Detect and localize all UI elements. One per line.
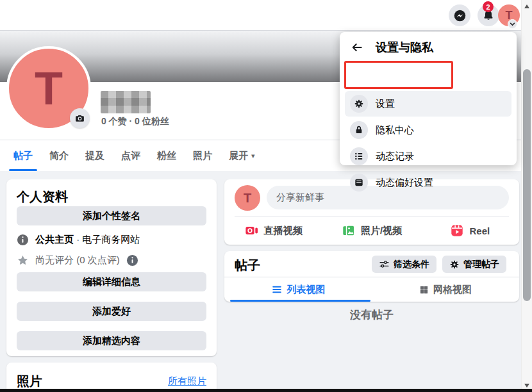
vertical-scrollbar[interactable]: [521, 0, 532, 392]
add-hobby-button[interactable]: 添加爱好: [17, 302, 206, 321]
profile-name-redacted: [101, 91, 151, 113]
list-view-tab[interactable]: 列表视图: [224, 277, 372, 302]
scrollbar-thumb[interactable]: [523, 69, 531, 301]
all-photos-link[interactable]: 所有照片: [168, 375, 206, 388]
tab-reviews[interactable]: 点评: [113, 140, 149, 171]
tab-about[interactable]: 简介: [41, 140, 77, 171]
profile-card-title: 个人资料: [17, 188, 68, 206]
info-icon: [17, 234, 29, 246]
messenger-icon: [453, 9, 467, 22]
tab-photos[interactable]: 照片: [185, 140, 220, 171]
scrollbar-down-arrow-icon[interactable]: [524, 384, 529, 388]
no-posts-message: 没有帖子: [224, 307, 519, 322]
rating-row: 尚无评分 (0 次点评): [17, 254, 138, 266]
page-type-row: 公共主页 · 电子商务网站: [17, 234, 140, 246]
tab-posts[interactable]: 帖子: [5, 140, 41, 171]
add-featured-button[interactable]: 添加精选内容: [17, 331, 206, 350]
live-video-icon: [245, 224, 259, 238]
camera-icon: [74, 113, 85, 124]
settings-privacy-menu: 设置与隐私 设置 隐私中心: [340, 32, 517, 165]
notification-badge: 2: [483, 1, 494, 12]
add-bio-button[interactable]: 添加个性签名: [17, 206, 206, 225]
messenger-button[interactable]: [449, 4, 470, 26]
back-button[interactable]: [347, 38, 367, 57]
filter-posts-button[interactable]: 筛选条件: [372, 256, 436, 273]
tab-followers[interactable]: 粉丝: [149, 140, 185, 171]
list-view-icon: [271, 284, 283, 295]
profile-info-card: 个人资料 添加个性签名 公共主页 · 电子商务网站 尚无评分 (0 次点评) 编…: [6, 179, 217, 356]
menu-item-feed-preferences[interactable]: 动态偏好设置: [345, 170, 511, 195]
page-type-text: 公共主页 · 电子商务网站: [35, 234, 140, 246]
edit-details-button[interactable]: 编辑详细信息: [17, 272, 206, 291]
back-arrow-icon: [351, 41, 363, 54]
menu-item-activity-log[interactable]: 动态记录: [345, 143, 511, 169]
photo-video-icon: [342, 224, 356, 238]
caret-down-icon: ▾: [251, 152, 255, 160]
photo-video-button[interactable]: 照片/视频: [322, 216, 420, 245]
scrollbar-up-arrow-icon[interactable]: [524, 4, 529, 8]
info-icon[interactable]: [126, 254, 138, 266]
chevron-down-icon[interactable]: [508, 19, 517, 29]
star-icon: [17, 254, 29, 266]
composer-avatar[interactable]: T: [235, 185, 260, 211]
window-bottom-edge: [0, 389, 532, 392]
posts-card: 帖子 筛选条件 管理帖子: [224, 251, 519, 302]
grid-view-tab[interactable]: 网格视图: [372, 277, 519, 302]
live-video-button[interactable]: 直播视频: [224, 216, 322, 245]
sliders-icon: [379, 259, 390, 270]
menu-item-settings[interactable]: 设置: [345, 91, 511, 117]
photos-card: 照片 所有照片: [6, 363, 217, 392]
reel-icon: [450, 224, 464, 238]
tab-more[interactable]: 展开 ▾: [220, 140, 263, 171]
lock-icon: [350, 121, 368, 139]
profile-stats: 0 个赞 · 0 位粉丝: [101, 116, 169, 127]
reel-button[interactable]: Reel: [421, 216, 519, 245]
manage-posts-button[interactable]: 管理帖子: [442, 256, 506, 273]
top-navigation-bar: [0, 0, 521, 31]
gear-icon: [449, 259, 460, 270]
photos-card-title: 照片: [17, 373, 42, 390]
menu-title: 设置与隐私: [376, 40, 433, 55]
posts-card-title: 帖子: [235, 257, 260, 274]
grid-view-icon: [419, 285, 429, 295]
feed-preferences-icon: [350, 174, 368, 192]
rating-text: 尚无评分 (0 次点评): [35, 254, 120, 266]
activity-log-icon: [350, 147, 368, 165]
tab-mentions[interactable]: 提及: [77, 140, 113, 171]
gear-icon: [350, 95, 368, 113]
change-avatar-button[interactable]: [70, 108, 90, 128]
menu-item-privacy-center[interactable]: 隐私中心: [345, 117, 511, 143]
posts-view-tabs: 列表视图 网格视图: [224, 277, 519, 302]
